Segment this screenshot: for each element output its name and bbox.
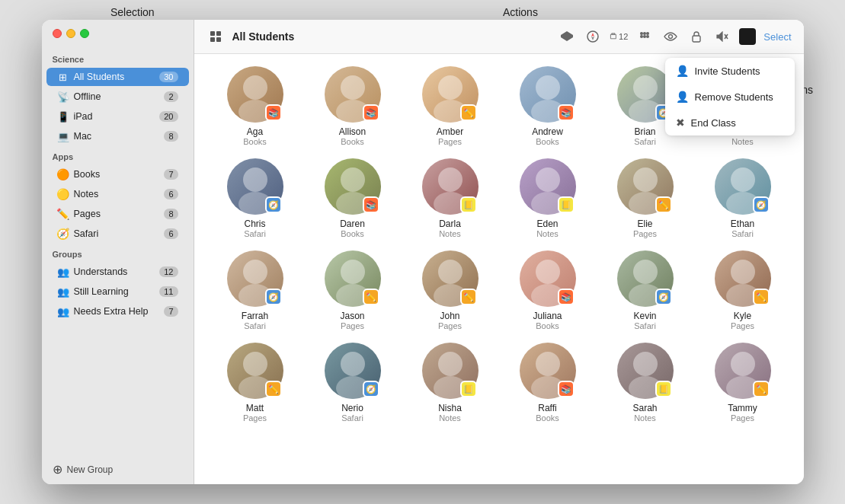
close-button[interactable] bbox=[53, 29, 62, 38]
sidebar: Science ⊞ All Students 30 📡 Offline 2 📱 … bbox=[42, 20, 194, 484]
group3-icon: 👥 bbox=[57, 305, 69, 317]
remove-students-item[interactable]: 👤 Remove Students bbox=[665, 84, 795, 110]
avatar-wrap: 🧭 bbox=[227, 158, 283, 215]
student-card-darla[interactable]: 📒 Darla Notes bbox=[405, 158, 496, 238]
student-card-allison[interactable]: 📚 Allison Books bbox=[307, 66, 398, 146]
student-card-jason[interactable]: ✏️ Jason Pages bbox=[307, 250, 398, 330]
all-students-count: 30 bbox=[159, 72, 178, 82]
lock-icon[interactable] bbox=[687, 27, 706, 46]
svg-point-31 bbox=[341, 167, 365, 192]
student-name: Raffi bbox=[538, 403, 556, 413]
sidebar-item-books[interactable]: 🟠 Books 7 bbox=[46, 165, 189, 183]
sidebar-item-still-learning[interactable]: 👥 Still Learning 11 bbox=[46, 282, 189, 301]
app-badge: 📒 bbox=[558, 196, 575, 213]
student-card-kevin[interactable]: 🧭 Kevin Safari bbox=[600, 250, 691, 330]
student-card-amber[interactable]: ✏️ Amber Pages bbox=[405, 66, 496, 146]
student-card-juliana[interactable]: 📚 Juliana Books bbox=[502, 250, 594, 330]
student-name: Allison bbox=[339, 126, 366, 137]
svg-point-33 bbox=[438, 167, 463, 192]
select-button[interactable]: Select bbox=[763, 31, 791, 43]
app-badge: 📚 bbox=[265, 104, 282, 121]
svg-point-13 bbox=[669, 35, 673, 39]
student-card-matt[interactable]: ✏️ Matt Pages bbox=[210, 343, 301, 423]
invite-students-item[interactable]: 👤 Invite Students bbox=[665, 58, 795, 84]
remove-label: Remove Students bbox=[695, 91, 773, 103]
svg-point-51 bbox=[731, 260, 755, 284]
app-badge: ✏️ bbox=[753, 289, 770, 305]
app-badge: ✏️ bbox=[265, 381, 282, 397]
sidebar-item-label: Books bbox=[74, 169, 101, 180]
student-card-ethan[interactable]: 🧭 Ethan Safari bbox=[697, 158, 789, 238]
avatar-wrap: ✏️ bbox=[422, 66, 479, 123]
sidebar-item-safari[interactable]: 🧭 Safari 6 bbox=[46, 225, 189, 243]
student-name: Juliana bbox=[533, 311, 562, 321]
student-card-nerio[interactable]: 🧭 Nerio Safari bbox=[307, 343, 398, 423]
sidebar-item-pages[interactable]: ✏️ Pages 8 bbox=[46, 205, 189, 223]
layers-icon[interactable] bbox=[558, 27, 576, 46]
student-card-farrah[interactable]: 🧭 Farrah Safari bbox=[210, 250, 301, 330]
end-class-item[interactable]: ✖ End Class bbox=[665, 110, 795, 136]
student-name: Andrew bbox=[532, 126, 563, 137]
app-badge: ✏️ bbox=[753, 381, 770, 397]
sidebar-item-notes[interactable]: 🟡 Notes 6 bbox=[46, 185, 189, 203]
svg-marker-6 bbox=[591, 37, 594, 40]
student-name: Nerio bbox=[341, 403, 363, 413]
mac-count: 8 bbox=[164, 131, 178, 142]
student-card-sarah[interactable]: 📒 Sarah Notes bbox=[600, 343, 691, 423]
student-card-raffi[interactable]: 📚 Raffi Books bbox=[502, 343, 594, 423]
color-swatch[interactable] bbox=[739, 28, 756, 45]
svg-rect-2 bbox=[210, 37, 215, 42]
eye-icon[interactable] bbox=[661, 27, 680, 46]
avatar-wrap: 📚 bbox=[520, 66, 576, 123]
avatar-wrap: ✏️ bbox=[325, 250, 381, 307]
sidebar-item-offline[interactable]: 📡 Offline 2 bbox=[46, 88, 189, 106]
student-app: Pages bbox=[731, 321, 754, 330]
student-card-chris[interactable]: 🧭 Chris Safari bbox=[210, 158, 301, 238]
minimize-button[interactable] bbox=[66, 29, 75, 38]
student-app: Pages bbox=[243, 413, 267, 423]
student-card-eden[interactable]: 📒 Eden Notes bbox=[502, 158, 594, 238]
svg-point-21 bbox=[438, 75, 463, 100]
student-card-tammy[interactable]: ✏️ Tammy Pages bbox=[697, 343, 789, 423]
student-app: Notes bbox=[439, 413, 461, 423]
app-badge: 📚 bbox=[363, 196, 379, 213]
sidebar-item-needs-extra-help[interactable]: 👥 Needs Extra Help 7 bbox=[46, 302, 189, 321]
new-group-button[interactable]: ⊕ New Group bbox=[53, 462, 183, 477]
badge-count: 12 bbox=[619, 32, 628, 41]
toolbar-title: All Students bbox=[232, 30, 295, 43]
student-name: Daren bbox=[340, 219, 365, 229]
avatar-wrap: 📚 bbox=[325, 66, 381, 123]
student-app: Safari bbox=[244, 321, 266, 330]
apps-icon[interactable] bbox=[635, 27, 654, 46]
student-card-kyle[interactable]: ✏️ Kyle Pages bbox=[697, 250, 789, 330]
svg-point-55 bbox=[341, 352, 365, 376]
student-card-john[interactable]: ✏️ John Pages bbox=[405, 250, 496, 330]
student-name: Amber bbox=[437, 126, 463, 137]
student-card-nisha[interactable]: 📒 Nisha Notes bbox=[405, 343, 496, 423]
maximize-button[interactable] bbox=[80, 29, 89, 38]
plus-icon: ⊕ bbox=[53, 462, 62, 477]
new-group-label: New Group bbox=[67, 464, 114, 475]
sidebar-item-ipad[interactable]: 📱 iPad 20 bbox=[46, 107, 189, 126]
understands-count: 12 bbox=[159, 266, 178, 277]
svg-rect-0 bbox=[210, 31, 215, 36]
student-card-daren[interactable]: 📚 Daren Books bbox=[307, 158, 398, 238]
sidebar-item-all-students[interactable]: ⊞ All Students 30 bbox=[46, 68, 189, 86]
compass-icon[interactable] bbox=[584, 27, 602, 46]
app-badge: 🧭 bbox=[265, 289, 282, 305]
notes-icon: 🟡 bbox=[57, 188, 69, 200]
student-card-andrew[interactable]: 📚 Andrew Books bbox=[502, 66, 594, 146]
invite-label: Invite Students bbox=[695, 65, 760, 77]
student-name: John bbox=[440, 311, 459, 321]
student-app: Books bbox=[536, 321, 559, 330]
avatar-wrap: 📚 bbox=[520, 343, 576, 399]
sidebar-item-understands[interactable]: 👥 Understands 12 bbox=[46, 263, 189, 281]
student-name: Jason bbox=[340, 311, 364, 321]
student-card-aga[interactable]: 📚 Aga Books bbox=[210, 66, 301, 146]
student-card-elie[interactable]: ✏️ Elie Pages bbox=[600, 158, 691, 238]
grid-view-icon[interactable] bbox=[206, 27, 225, 46]
student-app: Notes bbox=[439, 229, 461, 238]
wifi-off-icon: 📡 bbox=[57, 91, 69, 103]
mute-icon[interactable] bbox=[713, 27, 731, 46]
sidebar-item-mac[interactable]: 💻 Mac 8 bbox=[46, 127, 189, 145]
